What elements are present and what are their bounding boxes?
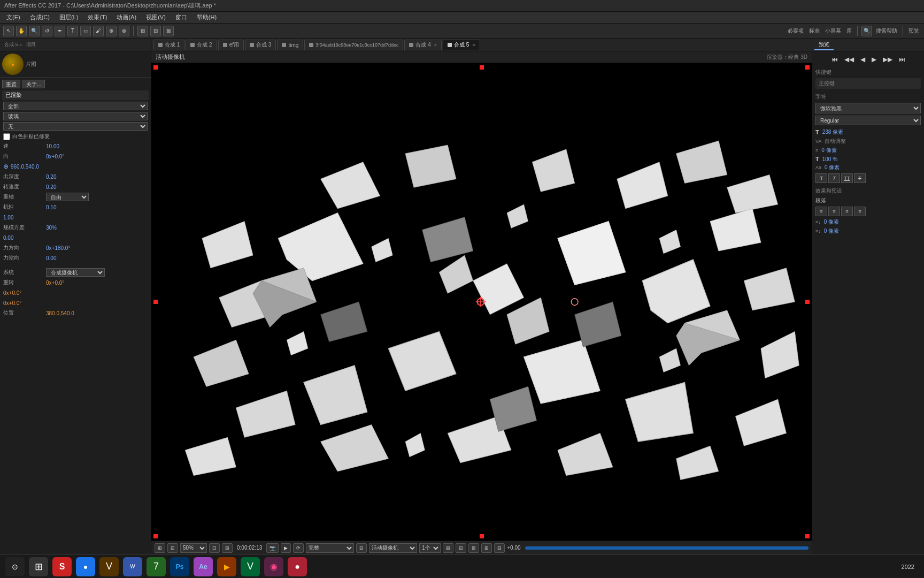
menu-item-window[interactable]: 窗口 (171, 12, 191, 22)
menu-item-file[interactable]: 文(E) (2, 12, 25, 22)
viewer-extra2-btn[interactable]: ⊞ (443, 543, 453, 553)
tool-text[interactable]: T (67, 26, 78, 36)
tool-extra2[interactable]: ⊟ (150, 26, 161, 36)
comp-tab-efyong[interactable]: ef用 (218, 40, 244, 50)
viewer-cam-btn[interactable]: 📷 (266, 543, 279, 553)
align-right-btn[interactable]: ≡ (841, 207, 853, 216)
handle-top-center[interactable] (480, 65, 484, 70)
taskbar-app9-btn[interactable]: ▶ (217, 557, 236, 576)
comp-tab-4[interactable]: 合成 4 × (404, 40, 442, 50)
val000-value[interactable]: 0.00 (3, 235, 148, 241)
align-just-btn[interactable]: ≡ (854, 207, 866, 216)
prev-first-btn[interactable]: ⏮ (829, 55, 840, 64)
taskbar-ae-btn[interactable]: Ae (194, 557, 213, 576)
handle-bot-right[interactable] (805, 534, 810, 538)
tool-select[interactable]: ↖ (3, 26, 14, 36)
viewer-fit-btn[interactable]: ⊡ (209, 543, 220, 553)
taskbar-record-btn[interactable]: ● (288, 557, 307, 576)
taskbar-start-btn[interactable]: ⊙ (5, 557, 25, 576)
taskbar-app6-btn[interactable]: W (123, 557, 142, 576)
taskbar-app5-btn[interactable]: V (99, 557, 119, 576)
taskbar-app10-btn[interactable]: V (241, 557, 260, 576)
quality-select[interactable]: 完整 (306, 543, 354, 553)
val100-value[interactable]: 1.00 (3, 215, 148, 220)
taskbar-sogou-btn[interactable]: S (52, 557, 72, 576)
depth-value[interactable]: 0.20 (46, 174, 148, 180)
comp-tab-close-5[interactable]: ≡ (472, 42, 475, 48)
taskbar-app7-btn[interactable]: 7 (147, 557, 166, 576)
leading-value[interactable]: 自动调整 (825, 138, 846, 145)
comp-tab-close-4[interactable]: × (434, 42, 437, 48)
taskbar-chrome-btn[interactable]: ● (76, 557, 95, 576)
viewer-alpha-btn[interactable]: ⊟ (167, 543, 178, 553)
viewer-extra5-btn[interactable]: ⊞ (481, 543, 492, 553)
workspace-standard[interactable]: 标准 (809, 27, 820, 35)
system-select[interactable]: 合成摄像机 (46, 268, 105, 277)
handle-mid-right[interactable] (805, 300, 810, 304)
taskbar-ps-btn[interactable]: Ps (170, 557, 189, 576)
viewer-loop-btn[interactable]: ⟳ (293, 543, 304, 553)
prev-play-btn[interactable]: ▶ (869, 55, 879, 64)
handle-bot-left[interactable] (153, 534, 158, 538)
handle-mid-left[interactable] (153, 300, 158, 304)
rot3-value[interactable]: 0x+0.0° (3, 300, 148, 306)
viewer-extra4-btn[interactable]: ⊠ (468, 543, 479, 553)
inertia-value[interactable]: 0.10 (46, 204, 148, 210)
reset-btn[interactable]: 重置 (2, 80, 20, 88)
force-dir-value[interactable]: 0x+180.0° (46, 245, 148, 251)
comp-tab-2[interactable]: 合成 2 (186, 40, 217, 50)
main-shortcut-btn[interactable]: 主控键 (815, 78, 921, 89)
tool-paint[interactable]: 🖌 (93, 26, 104, 36)
font-style-select[interactable]: Regular (815, 116, 921, 125)
pos2-value[interactable]: 380.0,540.0 (46, 310, 148, 316)
menu-item-view[interactable]: 视图(V) (142, 12, 170, 22)
tool-puppet[interactable]: ⊗ (119, 26, 129, 36)
axis-select[interactable]: 自由 (46, 193, 89, 201)
prev-step-fwd-btn[interactable]: ▶▶ (881, 55, 895, 64)
handle-top-left[interactable] (153, 65, 158, 70)
handle-top-right[interactable] (805, 65, 810, 70)
para-space-value[interactable]: 0 像素 (824, 227, 839, 235)
para-indent-value[interactable]: 0 像素 (824, 218, 839, 226)
align-center-btn[interactable]: ≡ (828, 207, 840, 216)
menu-item-animation[interactable]: 动画(A) (112, 12, 141, 22)
viewer-extra1-btn[interactable]: ⊟ (356, 543, 367, 553)
position-icon[interactable]: ⊕ (3, 163, 9, 170)
scale-h-value[interactable]: 100 % (822, 156, 837, 162)
viewer-grid-btn[interactable]: ⊞ (222, 543, 233, 553)
view-count-select[interactable]: 1个 (419, 543, 441, 553)
comp-tab-timg[interactable]: timg (277, 40, 303, 50)
comp-tab-3[interactable]: 合成 3 (245, 40, 276, 50)
italic-btn[interactable]: T (828, 173, 840, 183)
taskbar-files-btn[interactable]: ⊞ (29, 557, 48, 576)
tool-extra3[interactable]: ⊠ (163, 26, 174, 36)
font-name-select[interactable]: 微软雅黑 (815, 103, 921, 113)
speed-value[interactable]: 10.00 (46, 143, 148, 149)
rot-speed-value[interactable]: 0.20 (46, 184, 148, 190)
handle-bot-center[interactable] (480, 534, 484, 538)
bold-btn[interactable]: T (815, 173, 827, 183)
comp-tab-1[interactable]: 合成 1 (153, 40, 184, 50)
tool-clone[interactable]: ⊕ (106, 26, 117, 36)
tool-shape[interactable]: ▭ (80, 26, 91, 36)
tool-extra1[interactable]: ⊞ (137, 26, 148, 36)
prev-last-btn[interactable]: ⏭ (897, 55, 907, 64)
font-size-value[interactable]: 238 像素 (822, 128, 843, 136)
viewer-render-btn[interactable]: ⊞ (155, 543, 165, 553)
about-btn[interactable]: 关于... (22, 80, 45, 88)
taskbar-app11-btn[interactable]: ◉ (264, 557, 283, 576)
variance-value[interactable]: 30% (46, 225, 148, 231)
strike-btn[interactable]: T (854, 173, 866, 183)
none-select[interactable]: 无 (3, 122, 148, 131)
viewer-extra3-btn[interactable]: ⊟ (456, 543, 466, 553)
position-value[interactable]: 960.0,540.0 (11, 164, 148, 170)
workspace-lib[interactable]: 库 (846, 27, 852, 35)
kerning-value[interactable]: 0 像素 (821, 147, 836, 154)
tool-zoom[interactable]: 🔍 (29, 26, 40, 36)
menu-item-comp[interactable]: 合成(C) (26, 12, 54, 22)
prev-step-back-btn[interactable]: ◀ (858, 55, 867, 64)
menu-item-help[interactable]: 帮助(H) (192, 12, 221, 22)
all-select[interactable]: 全部 (3, 102, 148, 110)
tool-rotate[interactable]: ↺ (42, 26, 52, 36)
viewer-extra6-btn[interactable]: ⊟ (494, 543, 505, 553)
